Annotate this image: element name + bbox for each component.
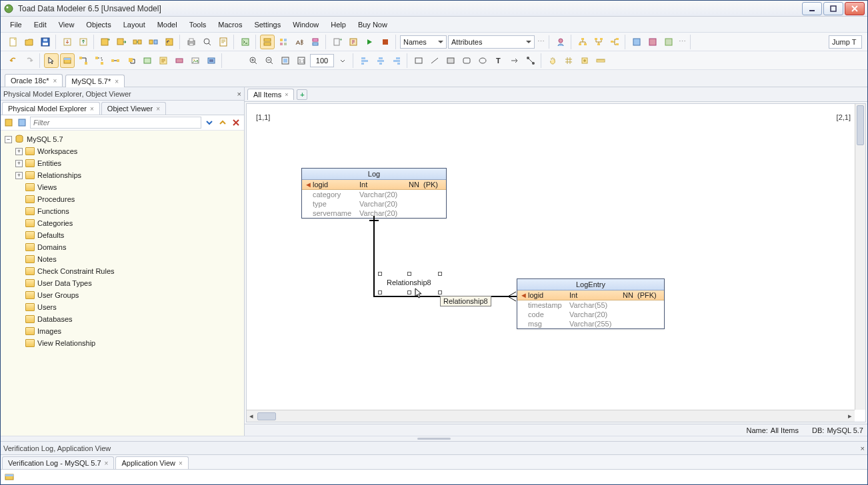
export-button[interactable] [76,35,91,49]
menu-file[interactable]: File [5,19,27,30]
view-tool[interactable] [140,53,155,68]
close-tab-oracle[interactable]: × [53,77,57,85]
category-tool[interactable] [172,53,187,68]
scroll-left-icon[interactable]: ◂ [247,412,256,420]
tree-folder[interactable]: Databases [5,313,240,325]
snap-button[interactable] [577,53,592,68]
new-button[interactable] [6,35,21,49]
tree-folder[interactable]: +Workspaces [5,145,240,157]
tree-folder[interactable]: Defaults [5,229,240,241]
tree-folder[interactable]: Users [5,301,240,313]
tab-application-view[interactable]: Application View × [115,456,188,469]
layers-button[interactable] [308,35,323,49]
tree-folder[interactable]: Images [5,325,240,337]
find-button[interactable] [200,35,215,49]
filter-down[interactable] [204,117,215,128]
tree-folder[interactable]: Check Constraint Rules [5,265,240,277]
canvas-tab-allitems[interactable]: All Items × [247,89,294,100]
scroll-right-icon[interactable]: ▸ [845,412,855,420]
menu-buy[interactable]: Buy Now [353,19,393,30]
print-button[interactable] [184,35,199,49]
toggle-icon[interactable]: + [15,148,23,155]
doc-tab-mysql[interactable]: MySQL 5.7* × [65,75,125,87]
attributes-combo[interactable]: Attributes [448,35,535,49]
reverse-button[interactable] [162,35,177,49]
tree-folder[interactable]: Domains [5,241,240,253]
zoom-in-button[interactable] [246,53,261,68]
script-gen-button[interactable] [346,35,361,49]
menu-window[interactable]: Window [287,19,324,30]
hierarchy1-button[interactable] [575,35,590,49]
align-left-button[interactable] [357,53,372,68]
relationship-label[interactable]: Relationship8 [387,278,431,286]
compare-button[interactable] [146,35,161,49]
nonident-rel-tool[interactable] [92,53,107,68]
tab-object-viewer[interactable]: Object Viewer × [101,102,166,115]
stop-button[interactable] [378,35,393,49]
physical-model-button[interactable] [260,35,275,49]
rel-line-v[interactable] [373,216,375,297]
extra3-button[interactable] [661,35,676,49]
sel-handle[interactable] [438,272,442,276]
toggle-icon[interactable]: + [15,172,23,179]
menu-help[interactable]: Help [325,19,351,30]
image-tool[interactable] [188,53,203,68]
tree-folder[interactable]: Views [5,181,240,193]
import-button[interactable] [60,35,75,49]
script-button[interactable] [238,35,253,49]
shape-rect-button[interactable] [411,53,426,68]
note-tool[interactable] [156,53,171,68]
ruler-button[interactable] [593,53,608,68]
hierarchy2-button[interactable] [591,35,606,49]
save-button[interactable] [38,35,53,49]
sel-handle[interactable] [407,290,411,294]
shape-connector-button[interactable] [523,53,538,68]
canvas-scrollbar-h[interactable]: ◂ ▸ [247,410,855,422]
shape-line-button[interactable] [427,53,442,68]
ident-rel-tool[interactable] [76,53,91,68]
left-panel-close[interactable]: × [237,90,241,98]
sel-handle[interactable] [378,272,382,276]
tree-folder[interactable]: Categories [5,217,240,229]
canvas-scrollbar-v[interactable] [855,104,865,410]
shape-rounded-button[interactable] [459,53,474,68]
tree-root[interactable]: − MySQL 5.7 [5,133,240,145]
stamp-tool[interactable] [204,53,219,68]
self-rel-tool[interactable] [124,53,139,68]
maximize-button[interactable] [823,2,843,15]
tab-application-view-close[interactable]: × [179,460,183,467]
tree-folder[interactable]: Notes [5,253,240,265]
toggle-icon[interactable]: + [15,160,23,167]
pointer-tool[interactable] [44,53,59,68]
toggle-root[interactable]: − [5,136,12,143]
tree-folder[interactable]: User Data Types [5,277,240,289]
canvas-tab-add[interactable]: + [297,89,307,100]
sel-handle[interactable] [407,272,411,276]
menu-model[interactable]: Model [152,19,183,30]
tree-folder[interactable]: +Entities [5,157,240,169]
tree-folder[interactable]: User Groups [5,289,240,301]
tab-model-explorer[interactable]: Physical Model Explorer × [2,102,100,115]
extra1-button[interactable] [629,35,644,49]
run-button[interactable] [362,35,377,49]
shape-arrow-button[interactable] [507,53,522,68]
zoom-100-button[interactable]: 1:1 [294,53,309,68]
pan-tool[interactable] [545,53,560,68]
entity-logentry[interactable]: LogEntry ◄ logid Int NN (PFK) timestampV… [517,278,665,329]
grid-button[interactable] [561,53,576,68]
names-combo[interactable]: Names [400,35,447,49]
hierarchy3-button[interactable] [607,35,622,49]
tab-object-viewer-close[interactable]: × [156,105,160,113]
add-object-button[interactable]: + [330,35,345,49]
close-tab-mysql[interactable]: × [115,78,119,85]
tab-model-explorer-close[interactable]: × [90,105,94,113]
tree-folder[interactable]: View Relationship [5,337,240,349]
bottom-panel-close[interactable]: × [861,444,865,452]
tree-folder[interactable]: Procedures [5,193,240,205]
extra2-button[interactable] [645,35,660,49]
tab-verification-log[interactable]: Verification Log - MySQL 5.7 × [2,456,114,469]
splitter-h[interactable] [1,436,867,441]
shape-rect2-button[interactable] [443,53,458,68]
filter-icon2[interactable] [17,117,27,128]
zoom-value[interactable]: 100 [310,54,334,67]
